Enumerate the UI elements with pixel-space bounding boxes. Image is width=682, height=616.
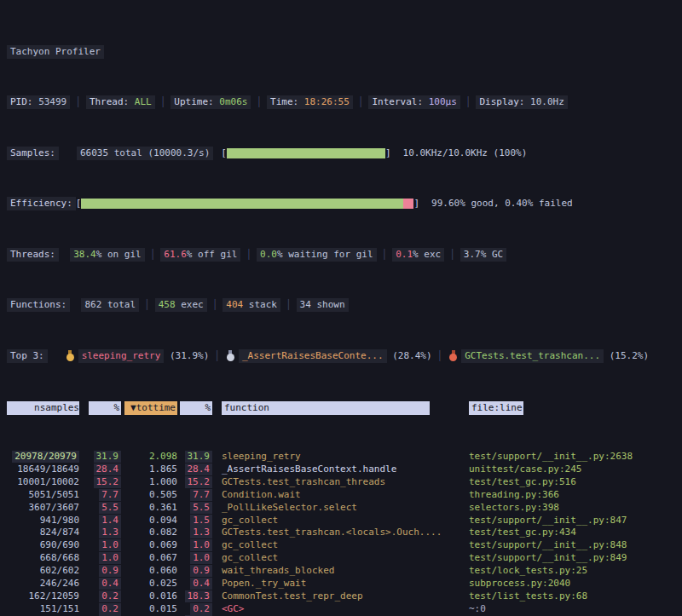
info-chip-display: Display: 10.0Hz (476, 95, 567, 109)
cell-file-line: test/test_gc.py:516 (460, 476, 675, 488)
table-row: 941/9801.40.0941.5gc_collecttest/support… (7, 514, 675, 527)
functions-stat-text: total (101, 299, 136, 310)
cell-nsamples: 10001/10002 (7, 476, 85, 488)
table-row: 3607/36075.50.3615.5_PollLikeSelector.se… (7, 501, 675, 514)
table-row: 602/6020.90.0600.9wait_threads_blockedte… (7, 565, 675, 578)
info-chip-interval: Interval: 100µs (368, 95, 459, 109)
separator: │ (444, 249, 460, 261)
cell-percent-direct: 1.3 (85, 527, 123, 538)
tottime-value: 0.069 (149, 539, 177, 550)
threads-stat-text: % exc (413, 249, 441, 260)
column-header-percent-cumulative[interactable]: % (179, 401, 213, 415)
column-header-tottime-sorted[interactable]: ▼tottime (123, 401, 179, 415)
cell-file-line: unittest/case.py:245 (460, 463, 675, 475)
tottime-value: 0.082 (149, 527, 177, 538)
cell-function-name: wait_threads_blocked (213, 565, 460, 577)
info-chip-uptime: Uptime: 0m06s (170, 95, 251, 109)
separator: │ (251, 96, 267, 108)
top3-percent: (15.2%) (604, 350, 649, 362)
top3-percent: (31.9%) (164, 350, 209, 362)
spacer (59, 249, 70, 261)
table-row: 162/120590.20.01618.3CommonTest.test_rep… (7, 590, 675, 602)
efficiency-bar-close-bracket: ] (413, 198, 419, 210)
spacer (48, 350, 65, 362)
separator: │ (139, 299, 155, 311)
cell-percent-direct: 1.0 (85, 539, 123, 551)
nsamples-value: 246/246 (40, 578, 79, 589)
separator: │ (155, 96, 171, 108)
cell-function-name: _AssertRaisesBaseContext.handle (213, 463, 460, 475)
nsamples-value: 5051/5051 (28, 489, 79, 500)
nsamples-value: 162/12059 (28, 590, 79, 602)
samples-bar-open-bracket: [ (221, 147, 227, 159)
table-row: 5051/50517.70.5057.7Condition.waitthread… (7, 489, 675, 502)
tottime-value: 0.016 (149, 590, 177, 602)
cell-function-name: gc_collect (213, 552, 460, 564)
cell-nsamples: 246/246 (7, 578, 85, 590)
cell-tottime: 0.025 (123, 578, 179, 590)
tottime-value: 1.000 (149, 476, 177, 487)
table-row: 20978/2097931.92.09831.9sleeping_retryte… (7, 451, 675, 463)
cell-nsamples: 602/602 (7, 565, 85, 577)
info-value: 18:26:55 (304, 96, 350, 107)
percent-cumulative-value: 18.3 (185, 590, 213, 602)
threads-stat-value: 0.0 (260, 249, 277, 260)
cell-nsamples: 3607/3607 (7, 502, 85, 514)
tottime-value: 0.505 (149, 489, 177, 500)
nsamples-value: 690/690 (40, 539, 79, 550)
samples-bar-fill (227, 148, 385, 158)
info-label: Time: (270, 96, 304, 107)
threads-stat-text: % waiting for gil (277, 249, 373, 260)
nsamples-value: 602/602 (40, 565, 79, 576)
separator: │ (70, 96, 86, 108)
table-row: 246/2460.40.0250.4Popen._try_waitsubproc… (7, 577, 675, 590)
samples-line: Samples: 66035 total (10000.3/s) [ ] 10.… (7, 146, 675, 161)
cell-percent-cumulative: 31.9 (179, 451, 213, 463)
column-header-file-line[interactable]: file:line (460, 401, 675, 415)
cell-percent-direct: 0.9 (85, 565, 123, 577)
cell-function-name: _PollLikeSelector.select (213, 502, 460, 514)
percent-cumulative-value: 5.5 (190, 502, 212, 514)
table-row: 668/6681.00.0671.0gc_collecttest/support… (7, 552, 675, 565)
percent-direct-value: 1.0 (99, 539, 121, 551)
functions-stat-value: 458 (159, 299, 176, 310)
app-title: Tachyon Profiler (7, 45, 104, 59)
percent-cumulative-value: 1.5 (190, 515, 212, 527)
table-row: 690/6901.00.0691.0gc_collecttest/support… (7, 539, 675, 552)
functions-stat-text: exec (176, 299, 204, 310)
percent-cumulative-value: 0.9 (190, 565, 212, 577)
column-header-nsamples[interactable]: nsamples (7, 401, 85, 415)
column-header-percent-direct[interactable]: % (85, 401, 123, 415)
threads-stat-value: 61.6 (164, 249, 187, 260)
cell-percent-cumulative: 18.3 (179, 590, 213, 602)
cell-nsamples: 162/12059 (7, 590, 85, 602)
nsamples-value: 3607/3607 (28, 502, 79, 513)
functions-stat: 458 exec (155, 298, 207, 312)
column-header-function[interactable]: function (213, 401, 460, 415)
top3-percent: (28.4%) (387, 350, 432, 362)
percent-cumulative-value: 1.0 (190, 552, 212, 564)
cell-file-line: test/list_tests.py:68 (460, 590, 675, 602)
cell-file-line: selectors.py:398 (460, 502, 675, 514)
table-row: 824/8741.30.0821.3GCTests.test_trashcan.… (7, 527, 675, 539)
table-row: 151/1510.20.0150.2<GC>~:0 (7, 602, 675, 615)
cell-nsamples: 824/874 (7, 527, 85, 538)
percent-cumulative-value: 7.7 (190, 489, 212, 501)
functions-label: Functions: (7, 298, 70, 312)
cell-file-line: ~:0 (460, 603, 675, 615)
functions-stat-value: 404 (226, 299, 243, 310)
cell-percent-cumulative: 0.9 (179, 565, 213, 577)
tottime-value: 0.067 (149, 552, 177, 563)
efficiency-label: Efficiency: (7, 197, 76, 210)
separator: │ (145, 249, 161, 261)
cell-nsamples: 668/668 (7, 552, 85, 564)
tottime-value: 0.060 (149, 565, 177, 576)
percent-direct-value: 15.2 (94, 476, 122, 488)
samples-bar-close-bracket: ] (385, 147, 391, 159)
gold-medal-icon (66, 350, 74, 361)
percent-cumulative-value: 31.9 (185, 451, 213, 463)
cell-tottime: 0.082 (123, 527, 179, 538)
nsamples-value: 18649/18649 (17, 463, 79, 475)
cell-function-name: GCTests.test_trashcan_threads (213, 476, 460, 488)
threads-stat: 0.1% exc (392, 248, 444, 262)
